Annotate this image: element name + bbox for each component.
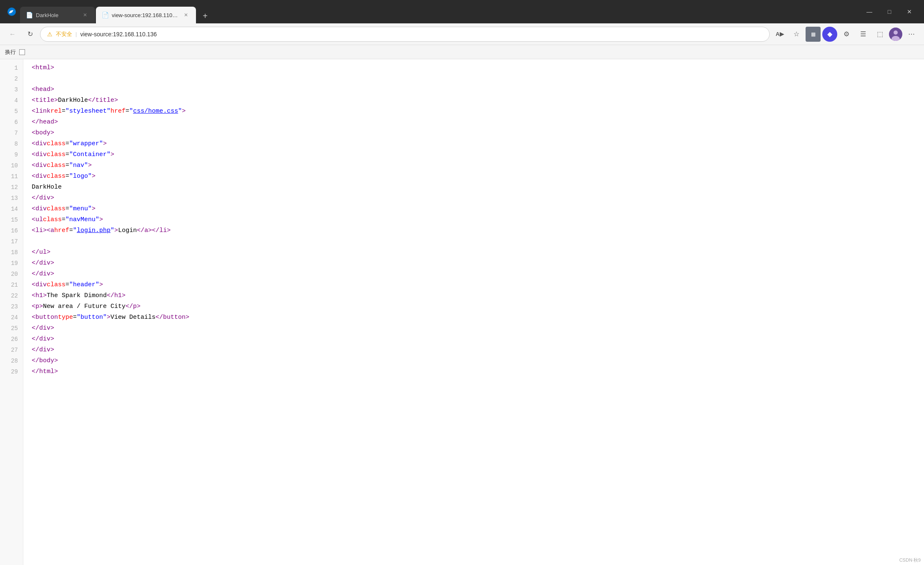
- svg-point-2: [894, 30, 898, 35]
- code-content: <html><head> <title>DarkHole</title> <li…: [23, 59, 924, 565]
- extensions3-button[interactable]: ⚙: [839, 27, 854, 42]
- code-line: <title>DarkHole</title>: [32, 95, 924, 106]
- extensions1-button[interactable]: ▦: [806, 27, 821, 42]
- address-bar[interactable]: ⚠ 不安全 | view-source:192.168.110.136: [40, 27, 770, 42]
- screenshot-button[interactable]: ⬚: [872, 27, 887, 42]
- code-line: </div>: [32, 193, 924, 204]
- avatar-icon: [889, 28, 902, 41]
- window-controls: — □ ✕: [860, 4, 921, 19]
- line-number: 25: [0, 323, 23, 334]
- exec-checkbox[interactable]: [19, 49, 25, 55]
- line-number: 26: [0, 334, 23, 345]
- code-line: [32, 236, 924, 247]
- code-line: <div class="header">: [32, 280, 924, 290]
- line-number: 24: [0, 312, 23, 323]
- code-line: <div class="nav">: [32, 160, 924, 171]
- watermark: CSDN·秋9: [899, 557, 921, 563]
- code-line: </div>: [32, 269, 924, 280]
- read-aloud-button[interactable]: A▶: [772, 27, 787, 42]
- profile-avatar[interactable]: [889, 28, 902, 41]
- tab-darkhole-close[interactable]: ✕: [81, 11, 89, 19]
- line-number: 15: [0, 214, 23, 225]
- tab-darkhole-icon: 📄: [26, 12, 33, 18]
- code-line: <li><a href="login.php">Login</a></li>: [32, 225, 924, 236]
- line-number: 13: [0, 193, 23, 204]
- code-line: <div class="logo">: [32, 171, 924, 182]
- tab-viewsource-icon: 📄: [102, 12, 108, 18]
- tab-bar: 📄 DarkHole ✕ 📄 view-source:192.168.110.1…: [20, 0, 860, 23]
- code-line: </div>: [32, 334, 924, 345]
- code-line: [32, 73, 924, 84]
- source-area[interactable]: 1234567891011121314151617181920212223242…: [0, 59, 924, 565]
- minimize-button[interactable]: —: [860, 4, 879, 19]
- line-number: 23: [0, 301, 23, 312]
- url-text: view-source:192.168.110.136: [80, 31, 763, 38]
- warning-icon: ⚠: [47, 31, 53, 38]
- tab-viewsource[interactable]: 📄 view-source:192.168.110.136 ✕: [96, 7, 196, 23]
- line-number: 5: [0, 106, 23, 117]
- line-number: 17: [0, 236, 23, 247]
- line-number: 12: [0, 182, 23, 193]
- toolbar: ← ↻ ⚠ 不安全 | view-source:192.168.110.136 …: [0, 23, 924, 45]
- tab-viewsource-title: view-source:192.168.110.136: [112, 12, 178, 18]
- line-number: 10: [0, 160, 23, 171]
- collections-button[interactable]: ☰: [856, 27, 871, 42]
- code-line: <html>: [32, 63, 924, 73]
- line-number: 21: [0, 280, 23, 290]
- title-bar: 📄 DarkHole ✕ 📄 view-source:192.168.110.1…: [0, 0, 924, 23]
- code-line: <ul class="navMenu">: [32, 214, 924, 225]
- line-number: 2: [0, 73, 23, 84]
- exec-label: 换行: [5, 48, 16, 56]
- tab-darkhole-title: DarkHole: [36, 12, 78, 18]
- code-line: </head>: [32, 117, 924, 128]
- new-tab-button[interactable]: +: [198, 8, 213, 23]
- line-number: 29: [0, 366, 23, 377]
- line-number: 14: [0, 204, 23, 214]
- code-line: <link rel="stylesheet" href="css/home.cs…: [32, 106, 924, 117]
- more-button[interactable]: ⋯: [904, 27, 919, 42]
- line-number: 3: [0, 84, 23, 95]
- line-number: 1: [0, 63, 23, 73]
- code-line: <body>: [32, 128, 924, 139]
- code-line: <h1>The Spark Dimond</h1>: [32, 290, 924, 301]
- line-number: 16: [0, 225, 23, 236]
- browser-logo-area: [3, 7, 20, 17]
- code-line: DarkHole: [32, 182, 924, 193]
- line-number: 28: [0, 356, 23, 366]
- line-number: 4: [0, 95, 23, 106]
- line-number: 11: [0, 171, 23, 182]
- code-line: </div>: [32, 258, 924, 269]
- browser-window: 📄 DarkHole ✕ 📄 view-source:192.168.110.1…: [0, 0, 924, 565]
- exec-bar: 换行: [0, 45, 924, 59]
- code-line: <head>: [32, 84, 924, 95]
- tab-viewsource-close[interactable]: ✕: [182, 11, 190, 19]
- close-button[interactable]: ✕: [900, 4, 919, 19]
- browser-logo-icon: [7, 7, 17, 17]
- favorites-button[interactable]: ☆: [789, 27, 804, 42]
- line-numbers: 1234567891011121314151617181920212223242…: [0, 59, 23, 565]
- maximize-button[interactable]: □: [880, 4, 899, 19]
- toolbar-right: A▶ ☆ ▦ ◆ ⚙ ☰ ⬚ ⋯: [772, 27, 919, 42]
- tab-darkhole[interactable]: 📄 DarkHole ✕: [20, 7, 95, 23]
- code-line: <div class="wrapper">: [32, 139, 924, 149]
- code-line: </html>: [32, 366, 924, 377]
- line-number: 27: [0, 345, 23, 356]
- line-number: 9: [0, 149, 23, 160]
- code-line: <button type="button">View Details</butt…: [32, 312, 924, 323]
- refresh-button[interactable]: ↻: [23, 27, 38, 42]
- code-line: <div class="Container">: [32, 149, 924, 160]
- code-line: </ul>: [32, 247, 924, 258]
- line-number: 7: [0, 128, 23, 139]
- code-line: </div>: [32, 323, 924, 334]
- code-line: <p>New area / Future City</p>: [32, 301, 924, 312]
- back-button[interactable]: ←: [5, 27, 20, 42]
- line-number: 22: [0, 290, 23, 301]
- line-number: 8: [0, 139, 23, 149]
- extensions2-button[interactable]: ◆: [822, 27, 837, 42]
- insecure-label: 不安全: [56, 30, 72, 38]
- address-separator: |: [75, 31, 77, 37]
- line-number: 20: [0, 269, 23, 280]
- code-line: </body>: [32, 356, 924, 366]
- line-number: 18: [0, 247, 23, 258]
- code-line: </div>: [32, 345, 924, 356]
